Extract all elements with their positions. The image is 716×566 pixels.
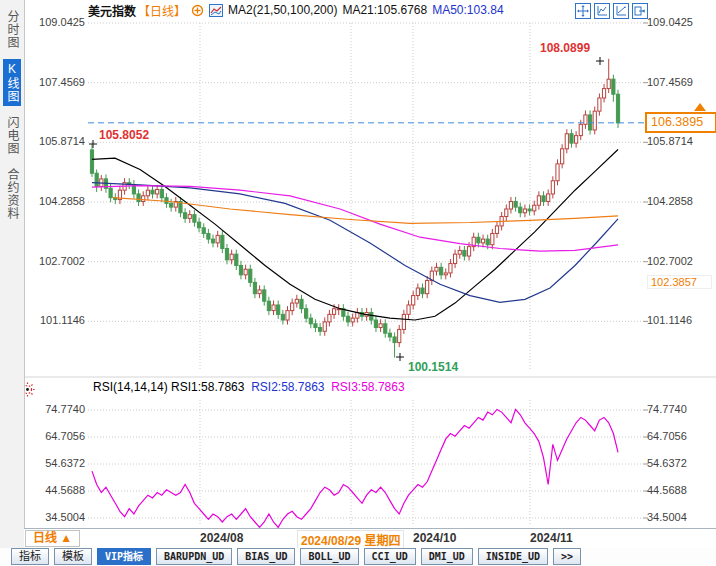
chart-application-window: 分时图K线图闪电图合约资料 美元指数 【日线】 MA2(21,50,100,20…: [0, 0, 716, 566]
candlesticks: [90, 59, 619, 358]
price-up-arrow-icon: [694, 103, 706, 111]
tab-templates[interactable]: 模板: [54, 548, 92, 565]
date-axis-label: 2024/11: [530, 531, 573, 545]
rsi-axis-label: 44.5688: [647, 484, 713, 496]
rsi-axis-label: 64.7056: [28, 430, 85, 442]
tab-more[interactable]: >>: [553, 548, 581, 565]
ma-group-label: MA2(21,50,100,200): [228, 3, 337, 17]
price-axis-label: 104.2858: [647, 195, 713, 207]
rsi-axis-label: 64.7056: [647, 430, 713, 442]
tab-indicators[interactable]: 指标: [11, 548, 49, 565]
popout-icon[interactable]: [632, 3, 648, 19]
tab-vip-indicators[interactable]: VIP指标: [97, 548, 151, 565]
date-axis-label: 2024/08: [200, 531, 243, 545]
kline-mini-icon: [209, 4, 223, 17]
price-axis-label: 107.4569: [647, 76, 713, 88]
price-axis-label: 107.4569: [28, 76, 85, 88]
rsi-axis-label: 74.7740: [647, 403, 713, 415]
price-axis-label: 102.7002: [647, 255, 713, 267]
sidebar-item-kline-chart[interactable]: K线图: [3, 59, 21, 106]
chart-plot-canvas[interactable]: [0, 0, 716, 566]
price-axis-label: 102.7002: [28, 255, 85, 267]
price-axis-label: 109.0425: [647, 16, 713, 28]
rsi-axis-label: 74.7740: [28, 403, 85, 415]
price-axis-label: 104.2858: [28, 195, 85, 207]
tab-dmi-ud[interactable]: DMI_UD: [421, 548, 473, 565]
sidebar-item-contract-info[interactable]: 合约资料: [3, 165, 21, 223]
price-axis-label: 101.1146: [647, 314, 713, 326]
date-axis-label: 2024/10: [413, 531, 456, 545]
sidebar-item-flash-chart[interactable]: 闪电图: [3, 113, 21, 158]
rsi2-value: RSI2:58.7863: [251, 380, 324, 394]
chart-type-sidebar: 分时图K线图闪电图合约资料: [0, 0, 25, 548]
rsi-axis-label: 34.5004: [28, 511, 85, 523]
rsi-axis-label: 54.6372: [647, 457, 713, 469]
indicator-tab-bar: 指标模板VIP指标BARUPDN_UDBIAS_UDBOLL_UDCCI_UDD…: [0, 548, 716, 566]
rsi-axis-label: 54.6372: [28, 457, 85, 469]
rsi-indicator-header: RSI(14,14,14) RSI1:58.7863 RSI2:58.7863 …: [93, 380, 405, 394]
zoom-area-icon[interactable]: [594, 3, 610, 19]
price-axis-label: 109.0425: [28, 16, 85, 28]
rsi3-value: RSI3:58.7863: [331, 380, 404, 394]
selected-date-label: 2024/08/29 星期四: [297, 530, 404, 549]
price-annotation: 108.0899: [540, 41, 590, 55]
symbol-name: 美元指数: [88, 2, 136, 19]
period-label: 【日线】: [138, 2, 186, 19]
sidebar-item-time-chart[interactable]: 分时图: [3, 7, 21, 52]
tab-bias-ud[interactable]: BIAS_UD: [237, 548, 295, 565]
chart-toolbar: [575, 3, 648, 19]
rsi-axis-label: 44.5688: [28, 484, 85, 496]
time-axis-row: 日线 ▲ 2024/082024/08/29 星期四2024/102024/11: [24, 528, 716, 549]
rsi-line: [92, 409, 618, 527]
ma50-value: MA50:103.84: [432, 3, 503, 17]
price-annotation: 100.1514: [408, 360, 458, 374]
tab-inside-ud[interactable]: INSIDE_UD: [478, 548, 548, 565]
period-selector-button[interactable]: 日线 ▲: [25, 530, 80, 547]
tab-boll-ud[interactable]: BOLL_UD: [300, 548, 358, 565]
current-price-tag: 106.3895: [645, 112, 716, 133]
price-annotation: 105.8052: [99, 128, 149, 142]
pan-crosshair-icon[interactable]: [575, 3, 591, 19]
tab-cci-ud[interactable]: CCI_UD: [364, 548, 416, 565]
price-axis-label: 105.8714: [647, 135, 713, 147]
price-axis-label: 101.1146: [28, 314, 85, 326]
chart-header: 美元指数 【日线】 MA2(21,50,100,200) MA21:105.67…: [88, 2, 504, 18]
tab-barupdn-ud[interactable]: BARUPDN_UD: [156, 548, 232, 565]
rsi1-value: RSI1:58.7863: [171, 380, 244, 394]
add-overlay-icon[interactable]: [191, 4, 204, 17]
ma-axis-tag: 102.3857: [647, 275, 712, 289]
measure-icon[interactable]: [613, 3, 629, 19]
ma21-value: MA21:105.6768: [342, 3, 427, 17]
price-axis-label: 105.8714: [28, 135, 85, 147]
rsi-title: RSI(14,14,14): [93, 380, 168, 394]
rsi-axis-label: 34.5004: [647, 511, 713, 523]
